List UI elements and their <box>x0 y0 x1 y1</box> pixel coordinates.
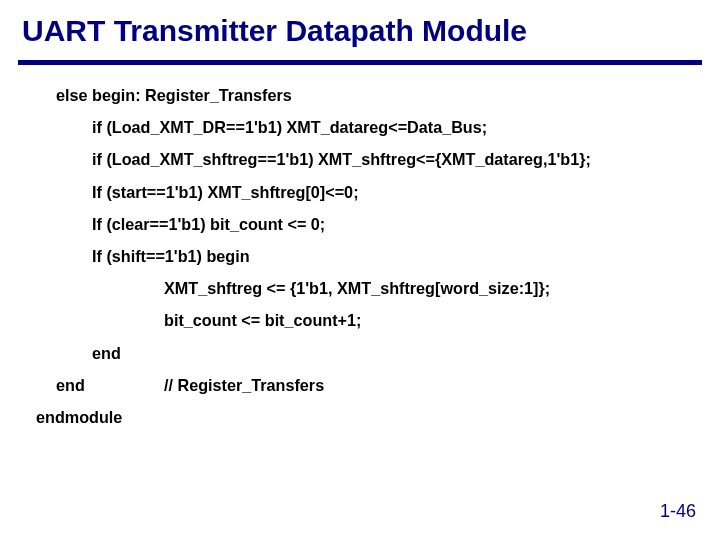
end-keyword: end <box>56 377 164 393</box>
code-line: else begin: Register_Transfers <box>56 87 690 103</box>
code-line: end <box>56 345 690 361</box>
slide-body: else begin: Register_Transfers if (Load_… <box>0 65 720 425</box>
code-line: end // Register_Transfers <box>56 377 690 393</box>
code-line: If (clear==1'b1) bit_count <= 0; <box>56 216 690 232</box>
code-line: endmodule <box>36 409 690 425</box>
slide: UART Transmitter Datapath Module else be… <box>0 0 720 540</box>
code-line: if (Load_XMT_DR==1'b1) XMT_datareg<=Data… <box>56 119 690 135</box>
page-number: 1-46 <box>660 501 696 522</box>
end-comment: // Register_Transfers <box>164 377 324 393</box>
slide-title: UART Transmitter Datapath Module <box>0 0 720 56</box>
code-line: If (shift==1'b1) begin <box>56 248 690 264</box>
code-line: if (Load_XMT_shftreg==1'b1) XMT_shftreg<… <box>56 151 690 167</box>
code-line: XMT_shftreg <= {1'b1, XMT_shftreg[word_s… <box>56 280 690 296</box>
code-line: If (start==1'b1) XMT_shftreg[0]<=0; <box>56 184 690 200</box>
code-line: bit_count <= bit_count+1; <box>56 312 690 328</box>
